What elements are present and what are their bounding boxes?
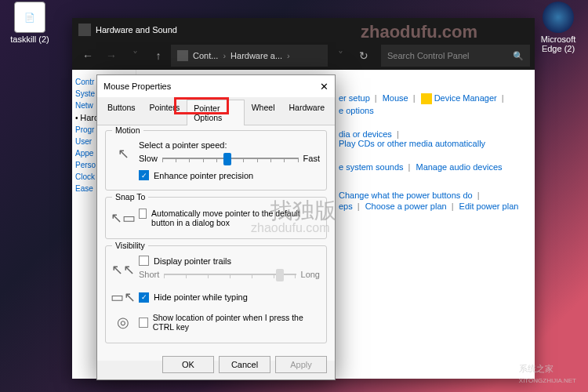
slider-thumb <box>276 269 284 281</box>
group-title: Motion <box>112 125 143 135</box>
file-icon: 📄 <box>14 2 45 33</box>
edge-icon <box>543 2 574 33</box>
slider-thumb[interactable] <box>223 153 231 165</box>
link[interactable]: e options <box>339 106 374 115</box>
navbar: ← → ˅ ↑ Cont... › Hardware a... › ˅ ↻ Se… <box>72 42 535 70</box>
group-title: Snap To <box>112 192 148 201</box>
link-mouse[interactable]: Mouse <box>383 93 408 103</box>
slider-max-label: Fast <box>303 154 320 163</box>
control-panel-icon <box>78 24 91 36</box>
desktop-icon-taskkill[interactable]: 📄 taskkill (2) <box>6 2 53 44</box>
history-button[interactable]: ˅ <box>124 45 146 67</box>
tab-buttons[interactable]: Buttons <box>100 99 143 125</box>
checkbox-label[interactable]: Show location of pointer when I press th… <box>153 313 320 332</box>
link[interactable]: er setup <box>339 93 370 103</box>
checkbox-label[interactable]: Hide pointer while typing <box>154 292 248 302</box>
apply-button[interactable]: Apply <box>275 356 327 373</box>
label: Select a pointer speed: <box>139 140 320 150</box>
breadcrumb[interactable]: Cont... <box>193 51 218 60</box>
refresh-button[interactable]: ↻ <box>353 45 375 67</box>
chevron-right-icon: › <box>223 51 226 60</box>
link[interactable]: Play CDs or other media automatically <box>339 139 485 148</box>
snap-icon: ↖▭ <box>112 207 134 229</box>
titlebar[interactable]: Hardware and Sound <box>72 18 535 42</box>
checkbox-hide-while-typing[interactable]: ✓ <box>139 292 149 303</box>
link[interactable]: Change what the power buttons do <box>339 191 473 200</box>
control-panel-icon <box>177 50 188 61</box>
slider-max-label: Long <box>301 270 320 279</box>
ok-button[interactable]: OK <box>162 356 214 373</box>
group-snap-to: Snap To ↖▭ Automatically move pointer to… <box>105 197 327 239</box>
slider-min-label: Slow <box>139 154 158 163</box>
close-button[interactable]: ✕ <box>320 81 328 93</box>
tab-bar: Buttons Pointers Pointer Options Wheel H… <box>97 97 335 125</box>
group-motion: Motion ↖ Select a pointer speed: Slow Fa… <box>105 130 327 191</box>
dialog-title: Mouse Properties <box>103 82 171 91</box>
link[interactable]: Device Manager <box>434 93 497 103</box>
shield-icon <box>421 93 432 104</box>
link[interactable]: Choose a power plan <box>365 201 447 211</box>
breadcrumb[interactable]: Hardware a... <box>230 51 282 60</box>
up-button[interactable]: ↑ <box>147 45 169 67</box>
dialog-titlebar[interactable]: Mouse Properties ✕ <box>97 75 335 97</box>
link[interactable]: e system sounds <box>339 162 404 172</box>
checkbox-label[interactable]: Enhance pointer precision <box>154 171 253 180</box>
tab-wheel[interactable]: Wheel <box>245 99 282 125</box>
tab-pointer-options[interactable]: Pointer Options <box>187 100 245 125</box>
link[interactable]: Edit power plan <box>459 201 519 211</box>
checkbox-pointer-trails[interactable] <box>139 256 149 266</box>
forward-button[interactable]: → <box>100 45 122 67</box>
pointer-icon: ↖ <box>112 143 134 165</box>
icon-label: Microsoft Edge (2) <box>535 34 582 53</box>
group-visibility: Visibility ↖↖ Display pointer trails Sho… <box>105 245 327 343</box>
dialog-footer: OK Cancel Apply <box>162 356 327 373</box>
slider-min-label: Short <box>139 270 159 279</box>
search-input[interactable]: Search Control Panel 🔍 <box>381 45 530 67</box>
link[interactable]: Manage audio devices <box>416 162 502 172</box>
chevron-right-icon: › <box>287 51 290 60</box>
link[interactable]: eps <box>339 201 353 211</box>
tab-hardware[interactable]: Hardware <box>281 99 332 125</box>
icon-label: taskkill (2) <box>6 34 53 44</box>
corner-watermark: 系统之家XITONGZHIJIA.NET <box>519 363 576 384</box>
checkbox-label[interactable]: Automatically move pointer to the defaul… <box>151 209 320 227</box>
hide-typing-icon: ▭↖ <box>112 286 134 308</box>
desktop-icon-edge[interactable]: Microsoft Edge (2) <box>535 2 582 53</box>
back-button[interactable]: ← <box>77 45 99 67</box>
tab-pointers[interactable]: Pointers <box>143 99 187 125</box>
placeholder: Search Control Panel <box>387 51 470 60</box>
address-bar[interactable]: Cont... › Hardware a... › <box>171 45 328 67</box>
ctrl-locate-icon: ◎ <box>112 311 134 333</box>
search-icon: 🔍 <box>513 51 524 61</box>
window-title: Hardware and Sound <box>96 25 177 34</box>
checkbox-enhance-precision[interactable]: ✓ <box>139 170 149 180</box>
mouse-properties-dialog: Mouse Properties ✕ Buttons Pointers Poin… <box>96 74 336 380</box>
link[interactable]: dia or devices <box>339 129 392 139</box>
trails-length-slider: Short Long <box>139 267 320 281</box>
dropdown-button[interactable]: ˅ <box>329 45 351 67</box>
checkbox-snap-to[interactable] <box>139 209 147 219</box>
trails-icon: ↖↖ <box>112 259 134 281</box>
checkbox-ctrl-locate[interactable] <box>139 318 148 328</box>
checkbox-label[interactable]: Display pointer trails <box>154 256 231 266</box>
pointer-speed-slider[interactable]: Slow Fast <box>139 151 320 165</box>
group-title: Visibility <box>112 241 148 250</box>
cancel-button[interactable]: Cancel <box>219 356 270 373</box>
